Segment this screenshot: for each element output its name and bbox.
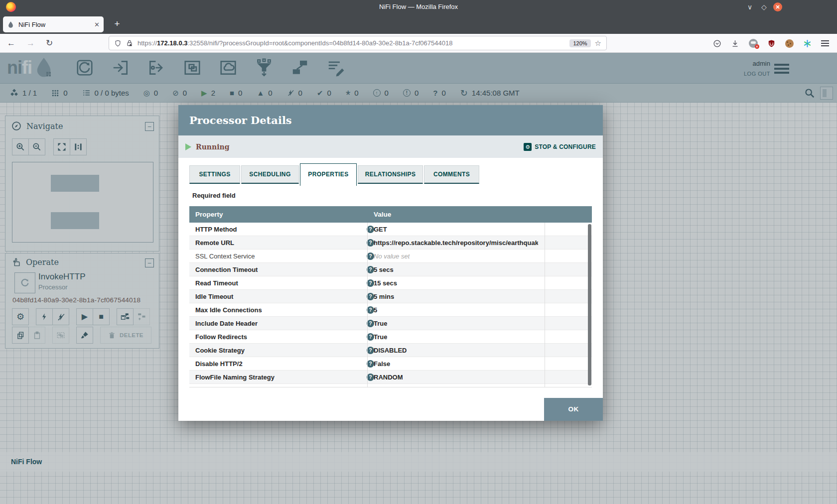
tab-properties[interactable]: PROPERTIES <box>300 163 357 186</box>
running-status-label: Running <box>196 143 229 151</box>
lock-warning-icon[interactable] <box>126 39 134 47</box>
property-name: FlowFile Naming Strategy <box>195 371 275 384</box>
property-value[interactable]: 15 secs <box>374 276 397 290</box>
help-icon[interactable]: ? <box>367 266 374 273</box>
help-icon[interactable]: ? <box>367 333 374 341</box>
property-value[interactable]: 5 mins <box>374 290 394 303</box>
help-icon[interactable]: ? <box>367 374 374 381</box>
property-row[interactable]: Max Idle Connections ? 5 <box>189 303 592 317</box>
new-tab-button[interactable]: + <box>110 16 125 32</box>
property-row[interactable]: Read Timeout ? 15 secs <box>189 276 592 290</box>
required-field-label: Required field <box>192 192 236 199</box>
property-name: HTTP Method <box>195 223 237 236</box>
help-icon[interactable]: ? <box>367 239 374 247</box>
browser-tabstrip: NiFi Flow ✕ + <box>0 14 837 34</box>
tab-comments[interactable]: COMMENTS <box>424 165 479 184</box>
help-icon[interactable]: ? <box>367 387 374 387</box>
property-column-header: Property <box>195 206 223 223</box>
property-value[interactable]: 5 secs <box>374 263 394 276</box>
help-icon[interactable]: ? <box>367 360 374 368</box>
property-row-partial[interactable]: ? No value set <box>189 384 592 387</box>
help-icon[interactable]: ? <box>367 320 374 327</box>
properties-table: Property Value HTTP Method ? GET Remote … <box>189 206 592 387</box>
browser-tab[interactable]: NiFi Flow ✕ <box>3 16 104 32</box>
bookmark-star-icon[interactable]: ☆ <box>595 39 601 48</box>
property-name: Max Idle Connections <box>195 303 262 317</box>
minimize-icon[interactable]: ∨ <box>747 0 752 14</box>
url-bar[interactable]: https://172.18.0.3:32558/nifi/?processGr… <box>109 36 607 50</box>
property-name: Connection Timeout <box>195 263 258 276</box>
maximize-icon[interactable]: ◇ <box>761 0 767 14</box>
property-row[interactable]: Connection Timeout ? 5 secs <box>189 263 592 276</box>
stop-configure-gear-icon: ⚙ <box>524 143 532 151</box>
column-divider <box>367 223 368 387</box>
table-scrollbar[interactable] <box>588 224 591 385</box>
property-row[interactable]: SSL Context Service ? No value set <box>189 250 592 263</box>
stop-configure-label: STOP & CONFIGURE <box>535 143 596 150</box>
property-value[interactable]: GET <box>374 223 387 236</box>
property-name: SSL Context Service <box>195 250 255 263</box>
url-text[interactable]: https://172.18.0.3:32558/nifi/?processGr… <box>138 39 569 47</box>
cookie-icon[interactable] <box>785 39 794 48</box>
value-column-header: Value <box>374 206 391 223</box>
property-value[interactable]: RANDOM <box>374 371 403 384</box>
tab-relationships[interactable]: RELATIONSHIPS <box>358 165 423 184</box>
property-value[interactable]: DISABLED <box>374 344 407 357</box>
tab-settings[interactable]: SETTINGS <box>189 165 240 184</box>
back-icon[interactable]: ← <box>7 38 15 48</box>
colorful-asterisk-icon[interactable] <box>803 39 812 48</box>
zoom-level-badge[interactable]: 120% <box>569 39 590 47</box>
firefox-logo <box>6 2 16 12</box>
stop-and-configure-button[interactable]: ⚙ STOP & CONFIGURE <box>524 143 596 151</box>
property-name: Idle Timeout <box>195 290 233 303</box>
property-name: Read Timeout <box>195 276 238 290</box>
property-row[interactable]: HTTP Method ? GET <box>189 223 592 236</box>
dialog-header: Processor Details <box>178 105 603 135</box>
download-icon[interactable] <box>731 39 739 48</box>
ok-button[interactable]: OK <box>544 398 603 421</box>
processor-details-dialog: Processor Details Running ⚙ STOP & CONFI… <box>178 105 603 421</box>
privacy-mask-icon[interactable]: ✕ <box>749 39 758 48</box>
properties-rows: HTTP Method ? GET Remote URL ? https://r… <box>189 223 592 387</box>
shield-icon[interactable] <box>114 39 122 47</box>
ublock-icon[interactable] <box>767 39 776 48</box>
help-icon[interactable]: ? <box>367 306 374 314</box>
property-row[interactable]: Idle Timeout ? 5 mins <box>189 290 592 303</box>
property-name: Follow Redirects <box>195 330 247 344</box>
property-row[interactable]: Follow Redirects ? True <box>189 330 592 344</box>
property-value[interactable]: https://repo.stackable.tech/repository/m… <box>374 236 538 250</box>
properties-table-header: Property Value <box>189 206 592 223</box>
help-icon[interactable]: ? <box>367 279 374 287</box>
property-name: Cookie Strategy <box>195 344 245 357</box>
help-icon[interactable]: ? <box>367 252 374 260</box>
tab-close-icon[interactable]: ✕ <box>94 21 100 28</box>
property-name: Disable HTTP/2 <box>195 357 243 371</box>
property-value[interactable]: No value set <box>374 250 410 263</box>
property-row[interactable]: Disable HTTP/2 ? False <box>189 357 592 371</box>
nifi-page: nifi <box>0 53 837 504</box>
extension-icons: ✕ <box>713 34 829 53</box>
property-row[interactable]: Include Date Header ? True <box>189 317 592 330</box>
close-icon[interactable]: ✕ <box>773 2 782 11</box>
property-row[interactable]: FlowFile Naming Strategy ? RANDOM <box>189 371 592 384</box>
property-row[interactable]: Cookie Strategy ? DISABLED <box>189 344 592 357</box>
property-value[interactable]: True <box>374 317 387 330</box>
browser-navbar: ← → ↻ https://172.18.0.3:32558/nifi/?pro… <box>0 34 837 53</box>
pocket-icon[interactable] <box>713 39 721 48</box>
help-icon[interactable]: ? <box>367 347 374 354</box>
help-icon[interactable]: ? <box>367 293 374 300</box>
dialog-status-row: Running ⚙ STOP & CONFIGURE <box>178 135 603 158</box>
property-value[interactable]: True <box>374 330 387 344</box>
dialog-title: Processor Details <box>189 105 603 135</box>
menu-hamburger-icon[interactable] <box>821 39 829 48</box>
tab-title: NiFi Flow <box>18 21 94 28</box>
tab-scheduling[interactable]: SCHEDULING <box>241 165 299 184</box>
property-value[interactable]: 5 <box>374 303 377 317</box>
forward-icon[interactable]: → <box>26 38 35 48</box>
property-row[interactable]: Remote URL ? https://repo.stackable.tech… <box>189 236 592 250</box>
property-value[interactable]: No value set <box>374 384 410 387</box>
window-titlebar[interactable]: NiFi Flow — Mozilla Firefox ∨ ◇ ✕ <box>0 0 837 14</box>
help-icon[interactable]: ? <box>367 226 374 233</box>
property-value[interactable]: False <box>374 357 390 371</box>
reload-icon[interactable]: ↻ <box>46 38 53 48</box>
